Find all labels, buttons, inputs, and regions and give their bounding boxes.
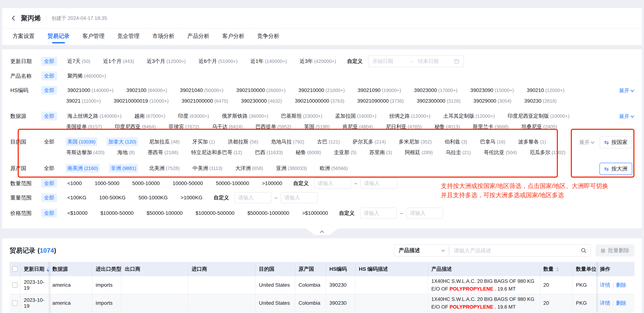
filter-option[interactable]: 危地马拉(792) (270, 137, 306, 146)
filter-option[interactable]: 巴基斯坦(23000+) (279, 112, 324, 120)
sort-asc-icon[interactable] (556, 267, 559, 269)
custom-range-label[interactable]: 自定义 (347, 58, 363, 65)
filter-option[interactable]: 海上丝绸之路(140000+) (66, 112, 123, 120)
delete-link[interactable]: 删除 (616, 282, 626, 288)
filter-option[interactable]: 大洋洲(658) (234, 164, 265, 173)
select-all-checkbox[interactable] (12, 266, 18, 272)
sort-desc-icon[interactable] (46, 270, 49, 272)
filter-option[interactable]: 尼日利亚(4765) (384, 122, 424, 131)
filter-option[interactable]: 近3年(420000+) (298, 57, 338, 66)
search-icon[interactable] (580, 247, 587, 254)
row-checkbox[interactable] (12, 300, 18, 306)
sort-desc-icon[interactable] (556, 270, 559, 272)
column-header-更新日期[interactable]: 更新日期 (20, 262, 49, 276)
tab-3[interactable]: 客户管理 (82, 29, 104, 44)
filter-option[interactable]: 波多黎各(1) (516, 137, 548, 146)
filter-option[interactable]: 尼加拉瓜(48) (147, 137, 181, 146)
filter-option[interactable]: 阿根廷(289) (403, 148, 434, 157)
tab-1[interactable]: 方案设置 (12, 29, 34, 44)
filter-option[interactable]: 伯利兹(3) (443, 137, 469, 146)
filter-option[interactable]: 哥斯达黎加(420) (64, 148, 106, 157)
filter-option[interactable]: 多米尼加(352) (397, 137, 434, 146)
filter-option[interactable]: 10000-50000 (171, 180, 205, 187)
by-continent-button[interactable]: ⇆ 按大洲 (600, 163, 632, 175)
filter-option-all[interactable]: 全部 (41, 86, 57, 95)
filter-option[interactable]: 古巴(121) (315, 137, 342, 146)
filter-option[interactable]: 北美洲(7528) (147, 164, 182, 173)
filter-option[interactable]: 39021000000(6475) (180, 97, 230, 105)
select-all-header[interactable] (10, 262, 20, 276)
filter-option[interactable]: 丝绸之路(12000+) (387, 112, 432, 120)
filter-option[interactable]: 390230000(4632) (239, 97, 284, 105)
filter-option[interactable]: 39023090(15000+) (468, 86, 516, 94)
filter-option[interactable]: 非洲(9881) (109, 164, 138, 173)
filter-option[interactable]: 海地(8) (116, 148, 137, 157)
filter-option[interactable]: 3902100000(26000+) (234, 86, 288, 94)
filter-option[interactable]: $50000-100000 (144, 209, 184, 217)
detail-link[interactable]: 详情 (600, 300, 610, 306)
filter-option[interactable]: 欧洲(56566) (318, 164, 350, 173)
tab-4[interactable]: 竞企管理 (118, 29, 140, 44)
filter-option[interactable]: 印度尼西亚定制版(10000+) (506, 112, 571, 120)
custom-range-label[interactable]: 自定义 (339, 210, 354, 217)
filter-option[interactable]: 特立尼达和多巴哥(12) (189, 148, 244, 157)
sort-asc-icon[interactable] (46, 267, 49, 269)
filter-option[interactable]: >$1000000 (300, 209, 330, 217)
filter-option[interactable]: 巴拿马(16) (478, 137, 507, 146)
hs-code-expand-link[interactable]: 展开 (619, 85, 634, 96)
date-range-picker[interactable]: 开始日期→结束日期 (368, 55, 464, 67)
filter-option-all[interactable]: 全部 (41, 179, 57, 188)
range-min-input[interactable] (360, 208, 397, 219)
filter-option[interactable]: 39021040(50000+) (178, 86, 225, 94)
filter-option[interactable]: 洪都拉斯(56) (226, 137, 260, 146)
filter-option[interactable]: 39021090(19000+) (356, 86, 403, 94)
row-checkbox[interactable] (12, 282, 18, 288)
delete-link[interactable]: 删除 (616, 300, 626, 306)
filter-option[interactable]: 美国提单(9157) (64, 122, 104, 131)
filter-option[interactable]: 美国(10039) (66, 137, 97, 146)
filter-option[interactable]: 390210000000(3763) (293, 97, 346, 105)
filter-option[interactable]: $500000-1000000 (246, 209, 291, 217)
range-min-input[interactable] (314, 178, 351, 189)
filter-option[interactable]: 加拿大(120) (106, 137, 138, 146)
tab-7[interactable]: 客户分析 (222, 29, 244, 44)
tab-5[interactable]: 市场分析 (152, 29, 174, 44)
filter-option[interactable]: 苏里南(3) (368, 148, 394, 157)
custom-range-label[interactable]: 自定义 (214, 194, 229, 201)
filter-option[interactable]: >100000 (260, 180, 284, 187)
sort-icons[interactable] (46, 267, 49, 272)
filter-option[interactable]: 牙买加(1) (190, 137, 217, 146)
filter-option[interactable]: 1000-5000 (93, 180, 121, 187)
filter-option[interactable]: 英国(5198) (302, 122, 332, 131)
range-max-input[interactable] (281, 192, 318, 203)
filter-option[interactable]: 秘鲁(6008) (294, 148, 323, 157)
filter-option[interactable]: 印度尼西亚(8464) (113, 122, 158, 131)
filter-option[interactable]: 印度(63000+) (176, 112, 211, 120)
filter-option[interactable]: $10000-50000 (98, 209, 136, 217)
filter-option[interactable]: 厄瓜多尔(1302) (528, 148, 567, 157)
filter-option-all[interactable]: 全部 (41, 164, 57, 173)
range-max-input[interactable] (360, 178, 397, 189)
filter-option[interactable]: 39029000(3054) (472, 97, 513, 105)
filter-option[interactable]: <100KG (66, 194, 88, 202)
filter-option[interactable]: 39021000(140000+) (66, 86, 115, 94)
filter-option[interactable]: $100000-500000 (194, 209, 236, 217)
tab-2[interactable]: 贸易记录 (48, 29, 70, 44)
data-source-expand-link[interactable]: 展开 (619, 111, 634, 122)
filter-option[interactable]: <1000 (66, 180, 84, 187)
filter-option[interactable]: 孟加拉国(16000+) (334, 112, 378, 120)
filter-option[interactable]: 南美洲(2160) (66, 164, 100, 173)
filter-option[interactable]: 乌干达(6414) (210, 122, 244, 131)
filter-option[interactable]: 中美洲(1113) (190, 164, 224, 173)
filter-option[interactable]: >1000KG (179, 194, 204, 202)
filter-option[interactable]: 3902300000(3128) (415, 97, 462, 105)
filter-option[interactable]: 斯里兰卡(3668) (471, 122, 510, 131)
filter-option[interactable]: 圭亚那(5) (332, 148, 358, 157)
filter-option-all[interactable]: 全部 (41, 137, 57, 146)
destination-expand-link[interactable]: 展开 (579, 139, 594, 146)
filter-option[interactable]: 巴西提单(5952) (254, 122, 293, 131)
tab-8[interactable]: 竞争分析 (257, 29, 279, 44)
filter-option[interactable]: 墨西哥(2186) (146, 148, 180, 157)
range-max-input[interactable] (406, 208, 443, 219)
filter-option-all[interactable]: 全部 (41, 71, 57, 80)
